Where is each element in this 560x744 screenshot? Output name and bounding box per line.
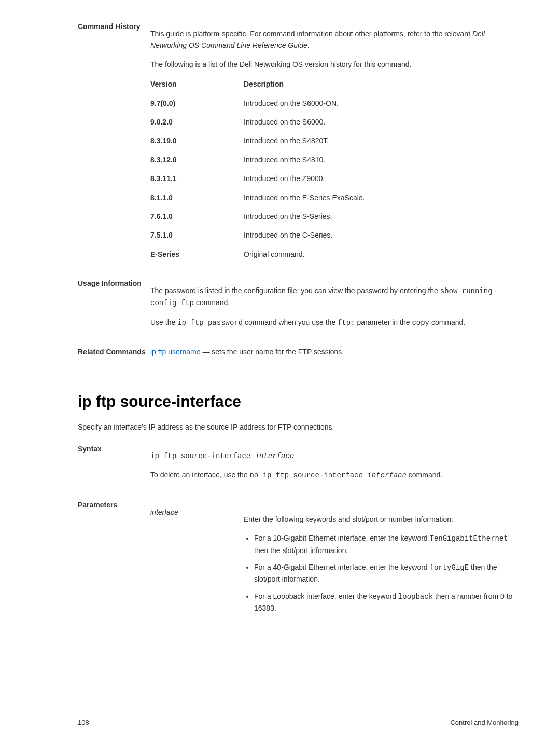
table-row: 9.0.2.0 Introduced on the S6000. [150,116,519,128]
syntax-p2: To delete an interface, use the no ip ft… [150,469,519,481]
version-header: Version [150,78,244,90]
parameters-content: interface Enter the following keywords a… [150,499,519,619]
section-subtitle: Specify an interface's IP address as the… [78,421,519,433]
usage-p2-code2: ftp: [338,319,355,327]
version-cell: E-Series [150,249,244,260]
desc-cell: Introduced on the S4820T. [244,135,519,146]
desc-cell: Introduced on the S6000-ON. [244,98,519,109]
page-footer: 108 Control and Monitoring [78,718,519,728]
desc-cell: Introduced on the E-Series ExaScale. [244,192,519,203]
bullet-post: then the slot/port information. [254,546,348,555]
version-cell: 8.3.11.1 [150,173,244,184]
command-history-intro2: The following is a list of the Dell Netw… [150,59,519,70]
syntax-content: ip ftp source-interface interface To del… [150,443,519,489]
related-tail: — sets the user name for the FTP session… [201,348,344,356]
usage-info-label: Usage Information [78,278,150,336]
table-row: 7.6.1.0 Introduced on the S-Series. [150,211,519,222]
intro1-text: This guide is platform-specific. For com… [150,30,472,38]
usage-p1-a: The password is listed in the configurat… [150,286,440,295]
syntax-code1-param: interface [255,452,295,460]
version-cell: 8.3.19.0 [150,135,244,146]
desc-cell: Introduced on the C-Series. [244,229,519,241]
usage-p2-b: command when you use the [243,318,338,326]
command-history-intro1: This guide is platform-specific. For com… [150,28,519,51]
list-item: For a 10-Gigabit Ethernet interface, ent… [254,532,519,556]
usage-info-section: Usage Information The password is listed… [78,278,519,336]
footer-title: Control and Monitoring [450,718,519,728]
related-content: ip ftp username — sets the user name for… [150,346,519,357]
version-cell: 8.3.12.0 [150,154,244,166]
page-number: 108 [78,718,89,728]
version-cell: 7.5.1.0 [150,229,244,241]
usage-p2-c: parameter in the [355,318,412,326]
related-label: Related Commands [78,346,150,357]
command-history-section: Command History This guide is platform-s… [78,21,519,267]
desc-cell: Introduced on the S-Series. [244,211,519,222]
syntax-code1-a: ip ftp source-interface [150,452,255,460]
usage-p2-code3: copy [412,319,429,327]
table-row: 8.3.12.0 Introduced on the S4810. [150,154,519,166]
param-row: interface Enter the following keywords a… [150,506,519,619]
usage-p2-d: command. [429,318,465,326]
usage-p2-code1: ip ftp password [177,319,243,327]
parameters-section: Parameters interface Enter the following… [78,499,519,619]
usage-p1: The password is listed in the configurat… [150,285,519,309]
syntax-section: Syntax ip ftp source-interface interface… [78,443,519,489]
param-desc: Enter the following keywords and slot/po… [244,506,519,619]
table-row: 8.3.11.1 Introduced on the Z9000. [150,173,519,184]
bullet-code: loopback [398,593,433,601]
table-row: 8.3.19.0 Introduced on the S4820T. [150,135,519,146]
command-history-label: Command History [78,21,150,267]
version-cell: 9.0.2.0 [150,116,244,128]
syntax-label: Syntax [78,443,150,489]
usage-p2-a: Use the [150,318,177,326]
list-item: For a 40-Gigabit Ethernet interface, ent… [254,561,519,585]
bullet-code: fortyGigE [430,563,469,572]
syntax-p2-b: command. [407,471,442,479]
desc-cell: Introduced on the S6000. [244,116,519,128]
parameters-label: Parameters [78,499,150,619]
desc-cell: Introduced on the S4810. [244,154,519,166]
param-intro: Enter the following keywords and slot/po… [244,514,519,525]
table-row: 8.1.1.0 Introduced on the E-Series ExaSc… [150,192,519,203]
related-commands-section: Related Commands ip ftp username — sets … [78,346,519,357]
syntax-p2-code: no ip ftp source-interface [249,471,367,479]
intro1-end: . [307,41,310,49]
version-cell: 9.7(0.0) [150,98,244,109]
syntax-p2-param: interface [367,471,407,479]
syntax-p2-a: To delete an interface, use the [150,471,249,479]
bullet-pre: For a Loopback interface, enter the keyw… [254,592,398,600]
desc-cell: Introduced on the Z9000. [244,173,519,184]
list-item: For a Loopback interface, enter the keyw… [254,590,519,614]
version-cell: 7.6.1.0 [150,211,244,222]
bullet-pre: For a 10-Gigabit Ethernet interface, ent… [254,534,430,542]
syntax-code1: ip ftp source-interface interface [150,450,519,462]
table-row: 7.5.1.0 Introduced on the C-Series. [150,229,519,241]
usage-info-content: The password is listed in the configurat… [150,278,519,336]
command-history-content: This guide is platform-specific. For com… [150,21,519,267]
usage-p2: Use the ip ftp password command when you… [150,316,519,328]
section-title: ip ftp source-interface [78,389,519,414]
table-row: E-Series Original command. [150,249,519,260]
param-name: interface [150,506,244,619]
desc-cell: Original command. [244,249,519,260]
param-bullets: For a 10-Gigabit Ethernet interface, ent… [244,532,519,614]
description-header: Description [244,78,519,90]
related-link[interactable]: ip ftp username [150,348,201,356]
usage-p1-b: command. [194,298,230,307]
table-row: 9.7(0.0) Introduced on the S6000-ON. [150,98,519,109]
bullet-pre: For a 40-Gigabit Ethernet interface, ent… [254,563,430,571]
version-cell: 8.1.1.0 [150,192,244,203]
bullet-code: TenGigabitEthernet [430,534,508,543]
version-table: Version Description 9.7(0.0) Introduced … [150,78,519,260]
version-table-header: Version Description [150,78,519,90]
